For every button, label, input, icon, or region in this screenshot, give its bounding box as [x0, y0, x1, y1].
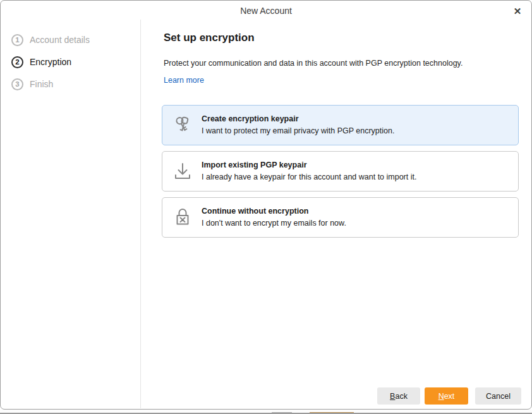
step-2-label: Encryption: [30, 57, 71, 67]
page-description: Protect your communication and data in t…: [164, 58, 531, 68]
import-download-icon: [172, 161, 193, 182]
page-title: Set up encryption: [164, 30, 531, 46]
learn-more-link[interactable]: Learn more: [164, 76, 204, 85]
step-1-label: Account details: [30, 35, 90, 45]
dialog-footer: Back Next Cancel: [377, 387, 521, 405]
step-1-circle: 1: [11, 34, 23, 46]
option-import-keypair[interactable]: Import existing PGP keypair I already ha…: [162, 151, 519, 192]
option-text: Continue without encryption I don't want…: [202, 206, 346, 229]
option-subtitle: I already have a keypair for this accoun…: [202, 172, 416, 183]
dialog-title: New Account: [1, 6, 531, 16]
cancel-button[interactable]: Cancel: [475, 387, 521, 405]
option-create-keypair[interactable]: Create encryption keypair I want to prot…: [162, 105, 519, 145]
step-3-circle: 3: [11, 78, 23, 90]
step-encryption: 2 Encryption: [1, 55, 140, 69]
encryption-options: Create encryption keypair I want to prot…: [162, 105, 531, 238]
step-3-label: Finish: [30, 79, 53, 89]
option-title: Import existing PGP keypair: [202, 160, 416, 171]
next-button[interactable]: Next: [425, 387, 468, 405]
close-icon[interactable]: ✕: [510, 4, 525, 19]
option-text: Create encryption keypair I want to prot…: [202, 114, 394, 137]
new-account-dialog: New Account ✕ 1 Account details 2 Encryp…: [0, 0, 532, 410]
step-finish: 3 Finish: [1, 77, 140, 91]
wizard-steps-sidebar: 1 Account details 2 Encryption 3 Finish: [1, 20, 141, 408]
lock-x-icon: [172, 207, 193, 228]
back-button[interactable]: Back: [377, 387, 420, 405]
background-behind-window: [0, 410, 532, 414]
option-title: Create encryption keypair: [202, 114, 394, 125]
option-text: Import existing PGP keypair I already ha…: [202, 160, 416, 183]
titlebar: New Account ✕: [1, 1, 531, 21]
step-2-circle: 2: [11, 56, 23, 68]
main-content: Set up encryption Protect your communica…: [141, 20, 531, 408]
option-subtitle: I don't want to encrypt my emails for no…: [202, 218, 346, 229]
keys-icon: [172, 114, 193, 136]
option-subtitle: I want to protect my email privacy with …: [202, 126, 394, 137]
step-account-details: 1 Account details: [1, 33, 140, 47]
option-title: Continue without encryption: [202, 206, 346, 217]
option-no-encryption[interactable]: Continue without encryption I don't want…: [162, 197, 519, 238]
